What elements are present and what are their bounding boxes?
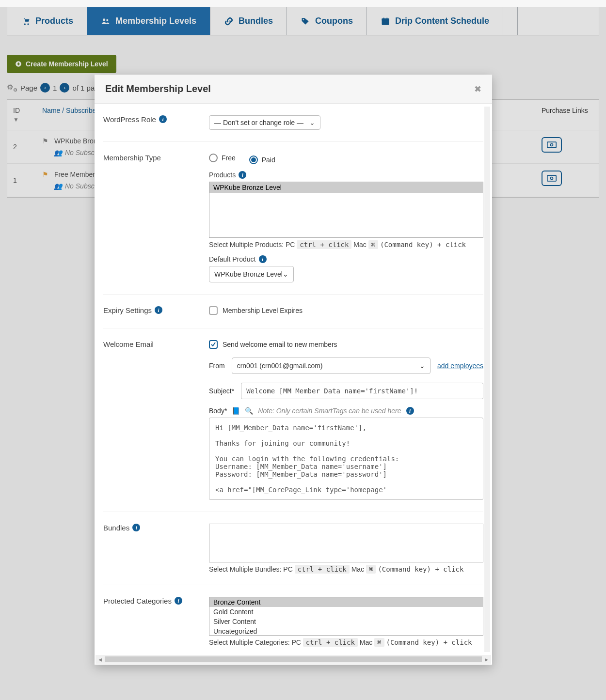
subject-input[interactable] — [241, 383, 483, 399]
list-item[interactable]: Silver Content — [209, 617, 483, 626]
modal-close-button[interactable]: ✖ — [474, 84, 481, 94]
membership-type-paid-radio[interactable]: Paid — [249, 156, 275, 164]
expiry-checkbox[interactable]: Membership Level Expires — [209, 306, 303, 315]
modal-title: Edit Membership Level — [105, 83, 211, 94]
info-icon[interactable]: i — [259, 255, 267, 263]
scroll-right-icon[interactable]: ▸ — [485, 655, 488, 663]
scroll-left-icon[interactable]: ◂ — [98, 655, 102, 663]
chevron-down-icon: ⌄ — [283, 270, 288, 278]
info-icon[interactable]: i — [159, 115, 167, 123]
expiry-label: Expiry Settings — [103, 306, 152, 314]
scroll-track[interactable] — [105, 656, 482, 662]
info-icon[interactable]: i — [406, 407, 414, 415]
body-textarea[interactable]: Hi [MM_Member_Data name='firstName'], Th… — [209, 418, 483, 500]
modal-overlay: Edit Membership Level ✖ WordPress Role i… — [0, 7, 606, 700]
edit-membership-modal: Edit Membership Level ✖ WordPress Role i… — [95, 75, 492, 665]
from-value: crn001 (crn001@gmail.com) — [237, 362, 323, 370]
from-label: From — [209, 362, 225, 370]
wp-role-label: WordPress Role — [103, 115, 156, 124]
search-icon[interactable]: 🔍 — [245, 407, 253, 415]
default-product-label: Default Product — [209, 255, 256, 263]
welcome-email-label: Welcome Email — [103, 340, 154, 348]
default-product-select[interactable]: WPKube Bronze Level ⌄ — [209, 266, 294, 282]
body-label: Body* — [209, 407, 227, 415]
from-select[interactable]: crn001 (crn001@gmail.com) ⌄ — [232, 358, 431, 374]
welcome-checkbox[interactable]: Send welcome email to new members — [209, 340, 337, 349]
products-hint: Select Multiple Products: PC ctrl + clic… — [209, 241, 483, 249]
info-icon[interactable]: i — [239, 171, 246, 179]
bundles-label: Bundles — [103, 524, 129, 532]
info-icon[interactable]: i — [175, 597, 182, 605]
membership-type-free-radio[interactable]: Free — [209, 154, 236, 162]
modal-vertical-scrollbar[interactable] — [484, 107, 490, 652]
categories-listbox[interactable]: Bronze Content Gold Content Silver Conte… — [209, 597, 483, 636]
wp-role-value: — Don't set or change role — — [214, 119, 303, 126]
info-icon[interactable]: i — [132, 524, 140, 531]
categories-hint: Select Multiple Categories: PC ctrl + cl… — [209, 638, 483, 646]
chevron-down-icon: ⌄ — [309, 119, 315, 126]
book-icon[interactable]: 📘 — [232, 407, 240, 415]
list-item[interactable]: Bronze Content — [209, 597, 483, 607]
products-label: Products — [209, 171, 236, 179]
list-item[interactable]: Uncategorized — [209, 626, 483, 636]
info-icon[interactable]: i — [155, 306, 162, 314]
products-listbox[interactable]: WPKube Bronze Level — [209, 182, 483, 238]
subject-label: Subject* — [209, 387, 234, 395]
modal-horizontal-scrollbar[interactable]: ◂ ▸ — [96, 655, 491, 664]
list-item[interactable]: WPKube Bronze Level — [209, 182, 483, 193]
membership-type-label: Membership Type — [103, 154, 161, 162]
list-item[interactable]: Gold Content — [209, 607, 483, 617]
radio-dot — [249, 156, 258, 164]
checkbox-box — [209, 340, 218, 349]
wp-role-select[interactable]: — Don't set or change role — ⌄ — [209, 115, 320, 130]
bundles-hint: Select Multiple Bundles: PC ctrl + click… — [209, 565, 483, 573]
add-employees-link[interactable]: add employees — [437, 362, 483, 370]
radio-dot — [209, 154, 218, 162]
body-note: Note: Only certain SmartTags can be used… — [258, 407, 401, 415]
protected-categories-label: Protected Categories — [103, 597, 172, 605]
checkbox-box — [209, 306, 218, 315]
chevron-down-icon: ⌄ — [419, 362, 425, 370]
default-product-value: WPKube Bronze Level — [214, 270, 283, 278]
bundles-listbox[interactable] — [209, 524, 483, 562]
